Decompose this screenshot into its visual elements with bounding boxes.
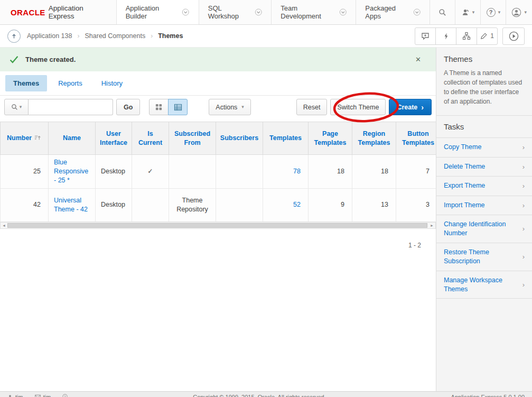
switch-theme-button[interactable]: Switch Theme (330, 99, 386, 115)
column-header-number[interactable]: Number (1, 122, 49, 155)
close-icon[interactable]: ✕ (415, 56, 426, 63)
play-icon (509, 31, 519, 41)
grid-view-icon (155, 103, 163, 111)
global-search-button[interactable] (430, 0, 455, 24)
task-restore-theme-subscription[interactable]: Restore Theme Subscription › (436, 243, 532, 271)
themes-table: Number Name User Interface Is Current Su… (0, 122, 436, 222)
edit-page-button[interactable]: 1 (477, 27, 498, 45)
nav-tab-label: Team Development (281, 4, 334, 20)
main-region: Theme created. ✕ Themes Reports History … (0, 48, 436, 391)
task-copy-theme[interactable]: Copy Theme › (436, 138, 532, 158)
help-menu-button[interactable]: ? ▾ (480, 0, 506, 24)
task-label: Restore Theme Subscription (444, 248, 519, 266)
account-menu-button[interactable]: ▾ (506, 0, 532, 24)
administration-menu-button[interactable]: ▾ (455, 0, 480, 24)
report-view-button[interactable] (168, 99, 188, 115)
run-application-button[interactable] (502, 27, 525, 45)
chevron-right-icon: › (522, 224, 525, 234)
footer-session-timer[interactable] (62, 394, 68, 397)
create-button[interactable]: Create › (389, 99, 432, 115)
cell-subscribers (216, 155, 263, 189)
breadcrumb-shared-components[interactable]: Shared Components (85, 32, 145, 40)
task-delete-theme[interactable]: Delete Theme › (436, 158, 532, 177)
chevron-right-icon: › (522, 280, 525, 290)
tab-themes[interactable]: Themes (5, 75, 47, 91)
right-sidebar: Themes A Theme is a named collection of … (436, 48, 532, 391)
column-header-region-templates[interactable]: Region Templates (352, 122, 396, 155)
column-header-page-templates[interactable]: Page Templates (309, 122, 352, 155)
icon-view-button[interactable] (149, 99, 169, 115)
theme-name-link[interactable]: Blue Responsive - 25 * (54, 159, 88, 184)
cell-templates: 52 (263, 188, 309, 221)
task-change-identification-number[interactable]: Change Identification Number › (436, 215, 532, 243)
nav-tab-application-builder[interactable]: Application Builder (116, 0, 199, 24)
pencil-icon (480, 32, 488, 40)
chevron-right-icon: › (522, 252, 525, 262)
search-icon (438, 8, 446, 16)
wand-icon (442, 32, 450, 40)
sitemap-button[interactable] (456, 27, 477, 45)
horizontal-scrollbar[interactable]: ◄ ► (0, 222, 436, 229)
chevron-down-icon: ▾ (472, 10, 475, 15)
column-header-button-templates[interactable]: Button Templates (396, 122, 436, 155)
breadcrumb-separator: › (151, 32, 153, 40)
templates-count-link[interactable]: 52 (293, 201, 301, 208)
up-level-button[interactable] (7, 30, 21, 43)
shortcuts-button[interactable] (435, 27, 456, 45)
tab-history[interactable]: History (94, 75, 130, 91)
chevron-right-icon: › (522, 162, 525, 172)
search-input[interactable] (29, 99, 113, 115)
report-tabs: Themes Reports History (0, 71, 436, 95)
oracle-wordmark: ORACLE (11, 8, 45, 17)
task-label: Export Theme (444, 181, 485, 190)
chevron-down-icon: ▾ (241, 105, 244, 109)
tab-reports[interactable]: Reports (50, 75, 90, 91)
go-button[interactable]: Go (116, 99, 140, 115)
chevron-right-icon: › (522, 201, 525, 210)
column-header-user-interface[interactable]: User Interface (96, 122, 132, 155)
sort-icon (34, 134, 41, 141)
table-row: 25 Blue Responsive - 25 * Desktop ✓ 78 1… (1, 155, 436, 189)
actions-label: Actions (216, 104, 237, 111)
scroll-right-arrow[interactable]: ► (428, 223, 435, 228)
cell-button-templates: 7 (396, 155, 436, 189)
column-header-subscribed-from[interactable]: Subscribed From (169, 122, 216, 155)
footer-workspace[interactable]: tim (35, 394, 51, 397)
breadcrumb-application[interactable]: Application 138 (27, 32, 72, 40)
column-header-name[interactable]: Name (49, 122, 96, 155)
actions-menu-button[interactable]: Actions ▾ (209, 99, 251, 115)
nav-tab-packaged-apps[interactable]: Packaged Apps (356, 0, 430, 24)
footer-copyright: Copyright © 1999, 2015, Oracle. All righ… (79, 394, 439, 397)
chevron-down-circle-icon (182, 8, 189, 16)
task-manage-workspace-themes[interactable]: Manage Workspace Themes › (436, 271, 532, 299)
chevron-down-icon: ▾ (20, 105, 22, 109)
nav-tab-team-development[interactable]: Team Development (271, 0, 356, 24)
tasks-section-title: Tasks (436, 116, 532, 138)
search-icon (11, 104, 18, 110)
cell-button-templates: 3 (396, 188, 436, 221)
app-footer: tim tim Copyright © 1999, 2015, Oracle. … (0, 391, 532, 397)
breadcrumb-current-themes: Themes (158, 32, 183, 40)
scroll-left-arrow[interactable]: ◄ (1, 223, 7, 228)
theme-name-link[interactable]: Universal Theme - 42 (54, 197, 88, 213)
chevron-down-circle-icon (255, 8, 262, 16)
chevron-down-icon: ▾ (524, 10, 527, 15)
column-header-templates[interactable]: Templates (263, 122, 309, 155)
column-header-is-current[interactable]: Is Current (132, 122, 169, 155)
nav-tab-sql-workshop[interactable]: SQL Workshop (199, 0, 272, 24)
chevron-right-icon: › (522, 143, 525, 152)
task-export-theme[interactable]: Export Theme › (436, 177, 532, 196)
reset-button[interactable]: Reset (296, 99, 328, 115)
templates-count-link[interactable]: 78 (293, 168, 301, 175)
arrow-up-icon (11, 33, 17, 40)
feedback-button[interactable] (415, 27, 436, 45)
task-import-theme[interactable]: Import Theme › (436, 196, 532, 216)
cell-subscribed-from: Theme Repository (169, 188, 216, 221)
search-column-dropdown[interactable]: ▾ (4, 99, 29, 115)
pagination-label: 1 - 2 (0, 229, 436, 249)
header-row: Number Name User Interface Is Current Su… (1, 122, 436, 155)
scrollbar-thumb[interactable] (7, 223, 427, 228)
nav-tab-label: Packaged Apps (365, 4, 408, 20)
footer-user[interactable]: tim (7, 394, 23, 397)
column-header-subscribers[interactable]: Subscribers (216, 122, 263, 155)
